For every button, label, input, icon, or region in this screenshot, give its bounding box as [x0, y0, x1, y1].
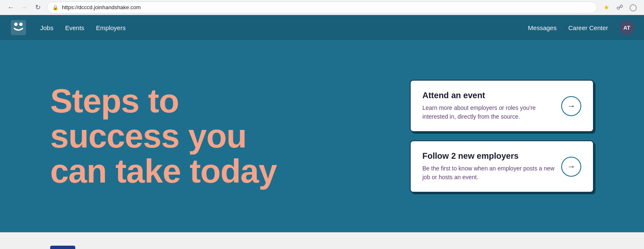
browser-chrome: ← → ↻ 🔒 https://dcccd.joinhandshake.com … [0, 0, 644, 15]
card1-arrow-icon[interactable]: → [561, 96, 581, 116]
card1-description: Learn more about employers or roles you'… [422, 104, 555, 121]
address-bar[interactable]: 🔒 https://dcccd.joinhandshake.com [47, 2, 597, 13]
card2-description: Be the first to know when an employer po… [422, 164, 555, 182]
nav-events[interactable]: Events [65, 24, 84, 31]
svg-point-2 [19, 23, 23, 26]
hero-heading: Steps to success you can take today [50, 84, 376, 189]
card1-content: Attend an event Learn more about employe… [422, 91, 555, 121]
nav-employers[interactable]: Employers [96, 24, 126, 31]
handshake-logo[interactable] [10, 19, 27, 36]
follow-employers-card[interactable]: Follow 2 new employers Be the first to k… [410, 140, 594, 193]
svg-rect-0 [11, 20, 26, 35]
nav-jobs[interactable]: Jobs [40, 24, 54, 31]
card2-title: Follow 2 new employers [422, 151, 555, 161]
school-logo: D [50, 246, 75, 249]
navbar-right: Messages Career Center AT [528, 20, 634, 35]
card2-arrow-icon[interactable]: → [561, 157, 581, 177]
nav-career-center[interactable]: Career Center [568, 24, 608, 31]
navbar: Jobs Events Employers Messages Career Ce… [0, 15, 644, 40]
bookmark-star-icon[interactable]: ★ [601, 2, 612, 13]
lock-icon: 🔒 [52, 5, 59, 10]
collections-icon[interactable]: ☍ [614, 2, 626, 13]
app-wrapper: Jobs Events Employers Messages Career Ce… [0, 15, 644, 249]
svg-point-1 [14, 23, 18, 26]
user-avatar[interactable]: AT [620, 20, 634, 35]
forward-button[interactable]: → [18, 2, 30, 13]
navbar-left: Jobs Events Employers [10, 19, 125, 36]
nav-buttons: ← → ↻ [5, 2, 43, 13]
attend-event-card[interactable]: Attend an event Learn more about employe… [410, 80, 594, 132]
hero-section: Steps to success you can take today Atte… [0, 40, 644, 232]
nav-messages[interactable]: Messages [528, 24, 557, 31]
card1-title: Attend an event [422, 91, 555, 100]
nav-links: Jobs Events Employers [40, 24, 125, 31]
url-text: https://dcccd.joinhandshake.com [62, 4, 592, 10]
bottom-section: D Dallas College Career Center → View yo… [0, 232, 644, 249]
reload-button[interactable]: ↻ [32, 2, 43, 13]
back-button[interactable]: ← [5, 2, 17, 13]
profile-icon[interactable]: ◯ [627, 2, 639, 13]
hero-text: Steps to success you can take today [50, 84, 376, 189]
browser-actions: ★ ☍ ◯ [601, 2, 639, 13]
card2-content: Follow 2 new employers Be the first to k… [422, 151, 555, 182]
hero-cards: Attend an event Learn more about employe… [410, 80, 594, 193]
